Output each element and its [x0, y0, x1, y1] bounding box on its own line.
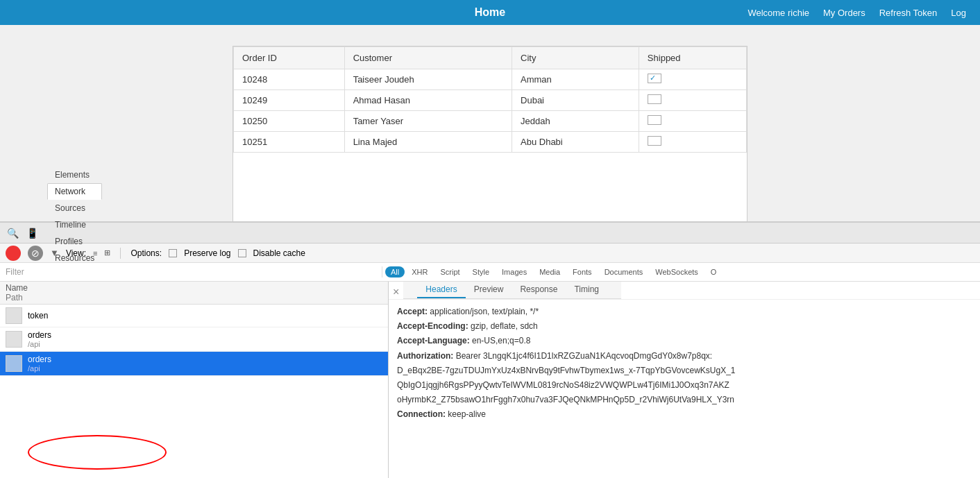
disable-cache-checkbox[interactable] — [238, 249, 246, 257]
devtools-panel: 🔍 📱 ElementsNetworkSourcesTimelineProfil… — [0, 221, 980, 478]
devtools-tab-sources[interactable]: Sources — [47, 200, 102, 216]
type-filter-style[interactable]: Style — [467, 266, 495, 278]
details-tab-timing[interactable]: Timing — [566, 282, 607, 298]
header-line: QbIgO1jqgjh6RgsPPyyQwtvTeIWVML0819rcNoS4… — [397, 379, 972, 392]
type-filter-xhr[interactable]: XHR — [406, 266, 433, 278]
table-row[interactable]: 10250 Tamer Yaser Jeddah — [234, 111, 747, 132]
devtools-tab-profiles[interactable]: Profiles — [47, 233, 102, 250]
devtools-tab-network[interactable]: Network — [47, 183, 102, 200]
devtools-body: NamePath token orders /api orders /api ×… — [0, 282, 980, 478]
welcome-link[interactable]: Welcome richie — [747, 8, 809, 18]
cell-order-id: 10251 — [234, 132, 345, 153]
header-val: keep-alive — [446, 409, 486, 419]
header-line: Accept-Encoding: gzip, deflate, sdch — [397, 320, 972, 333]
navbar-title: Home — [475, 6, 505, 19]
network-item[interactable]: orders /api — [0, 327, 388, 352]
main-content: Order ID Customer City Shipped 10248 Tai… — [0, 25, 980, 242]
item-path: /api — [28, 340, 51, 348]
devtools-tab-elements[interactable]: Elements — [47, 167, 102, 183]
type-filter-fonts[interactable]: Fonts — [567, 266, 598, 278]
col-name-header: NamePath — [6, 283, 382, 302]
details-tab-response[interactable]: Response — [512, 282, 566, 298]
shipped-checkbox[interactable] — [648, 94, 661, 104]
type-filter-script[interactable]: Script — [434, 266, 465, 278]
network-list-header: NamePath — [0, 282, 388, 305]
navbar: Home Welcome richie My Orders Refresh To… — [0, 0, 980, 25]
details-header-row: × HeadersPreviewResponseTiming — [389, 282, 980, 300]
cell-customer: Tamer Yaser — [344, 111, 512, 132]
item-name: orders — [28, 355, 51, 364]
token-continuation: oHyrmbK2_Z75bsawO1hrFggh7x0hu7va3FJQeQNk… — [397, 395, 734, 404]
cell-shipped — [639, 69, 746, 90]
token-continuation: QbIgO1jqgjh6RgsPPyyQwtvTeIWVML0819rcNoS4… — [397, 380, 729, 390]
details-tab-preview[interactable]: Preview — [466, 282, 512, 298]
logout-link[interactable]: Log — [951, 8, 966, 18]
table-row[interactable]: 10248 Taiseer Joudeh Amman — [234, 69, 747, 90]
disable-cache-label: Disable cache — [253, 248, 305, 258]
preserve-log-checkbox[interactable] — [169, 249, 177, 257]
devtools-filter-bar: AllXHRScriptStyleImagesMediaFontsDocumen… — [0, 263, 980, 282]
col-city: City — [512, 47, 639, 69]
close-details-button[interactable]: × — [389, 284, 403, 300]
header-line: D_eBqx2BE-7gzuTDUJmYxUz4xBNrvBqy9tFvhwTb… — [397, 364, 972, 377]
record-button[interactable] — [6, 246, 21, 261]
type-filter-media[interactable]: Media — [534, 266, 566, 278]
cell-city: Amman — [512, 69, 639, 90]
my-orders-link[interactable]: My Orders — [823, 8, 865, 18]
item-name: orders — [28, 330, 51, 340]
header-key: Authorization: — [397, 351, 453, 361]
header-val: gzip, deflate, sdch — [468, 321, 538, 331]
devtools-tab-timeline[interactable]: Timeline — [47, 216, 102, 233]
cell-order-id: 10249 — [234, 90, 345, 111]
cell-city: Abu Dhabi — [512, 132, 639, 153]
devtools-icons: 🔍 📱 — [6, 226, 39, 240]
refresh-token-link[interactable]: Refresh Token — [879, 8, 938, 18]
item-path: /api — [28, 364, 51, 373]
network-item[interactable]: token — [0, 305, 388, 327]
orders-table: Order ID Customer City Shipped 10248 Tai… — [233, 46, 747, 153]
network-item[interactable]: orders /api — [0, 352, 388, 376]
header-key: Accept: — [397, 307, 428, 316]
shipped-checkbox[interactable] — [648, 74, 661, 83]
navbar-links: Welcome richie My Orders Refresh Token L… — [747, 8, 966, 18]
filter-input[interactable] — [0, 263, 382, 281]
view-tree-icon[interactable]: ⊞ — [104, 248, 110, 257]
cell-order-id: 10248 — [234, 69, 345, 90]
header-line: oHyrmbK2_Z75bsawO1hrFggh7x0hu7va3FJQeQNk… — [397, 393, 972, 407]
col-order-id: Order ID — [234, 47, 345, 69]
type-filter-documents[interactable]: Documents — [599, 266, 649, 278]
token-continuation: D_eBqx2BE-7gzuTDUJmYxUz4xBNrvBqy9tFvhwTb… — [397, 366, 736, 375]
cell-shipped — [639, 111, 746, 132]
cell-city: Dubai — [512, 90, 639, 111]
cell-shipped — [639, 132, 746, 153]
header-val: en-US,en;q=0.8 — [470, 336, 531, 345]
details-tab-headers[interactable]: Headers — [417, 282, 465, 298]
preserve-log-label: Preserve log — [184, 248, 230, 258]
devtools-tabs-bar: 🔍 📱 ElementsNetworkSourcesTimelineProfil… — [0, 223, 980, 244]
table-row[interactable]: 10249 Ahmad Hasan Dubai — [234, 90, 747, 111]
header-val: application/json, text/plain, */* — [428, 307, 539, 316]
col-shipped: Shipped — [639, 47, 746, 69]
header-val: Bearer 3LngqK1jc4f6I1D1lxRZGZuaN1KAqcvoq… — [453, 351, 712, 361]
header-line: Accept: application/json, text/plain, */… — [397, 305, 972, 318]
type-filter-o[interactable]: O — [705, 266, 723, 278]
cell-customer: Lina Majed — [344, 132, 512, 153]
shipped-checkbox[interactable] — [648, 136, 661, 146]
orders-table-container: Order ID Customer City Shipped 10248 Tai… — [233, 46, 747, 228]
type-filter-websockets[interactable]: WebSockets — [650, 266, 704, 278]
header-key: Connection: — [397, 409, 446, 419]
view-list-icon[interactable]: ≡ — [93, 249, 97, 257]
search-icon[interactable]: 🔍 — [6, 226, 19, 240]
details-content: Accept: application/json, text/plain, */… — [389, 300, 980, 429]
mobile-icon[interactable]: 📱 — [25, 226, 39, 240]
filter-icon[interactable]: ▼ — [50, 248, 59, 258]
options-label: Options: — [130, 248, 162, 258]
type-filter-images[interactable]: Images — [496, 266, 532, 278]
table-row[interactable]: 10251 Lina Majed Abu Dhabi — [234, 132, 747, 153]
type-filter-all[interactable]: All — [385, 266, 405, 278]
cell-customer: Ahmad Hasan — [344, 90, 512, 111]
header-line: Connection: keep-alive — [397, 408, 972, 421]
shipped-checkbox[interactable] — [648, 115, 661, 125]
stop-button[interactable] — [28, 246, 43, 261]
red-circle-annotation — [28, 435, 167, 470]
